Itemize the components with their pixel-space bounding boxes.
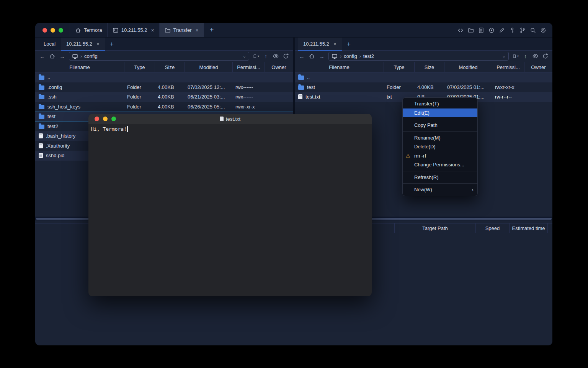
- close-tab-icon[interactable]: ×: [96, 41, 100, 47]
- close-tab-icon[interactable]: ×: [333, 41, 336, 47]
- bookmark-button[interactable]: ▾: [512, 53, 519, 60]
- file-row-test[interactable]: testFolder4.00KB07/03/2025 01:...rwxr-xr…: [295, 82, 552, 92]
- path-bar[interactable]: ›config⌄: [69, 52, 249, 61]
- close-tab-icon[interactable]: ×: [151, 28, 154, 33]
- back-button[interactable]: ←: [299, 53, 305, 60]
- column-header-permissi[interactable]: Permissi...: [492, 62, 524, 72]
- column-header-owner[interactable]: Owner: [265, 62, 293, 72]
- new-panel-tab-button[interactable]: +: [105, 38, 119, 50]
- record-icon[interactable]: [488, 27, 495, 33]
- file-row-parent[interactable]: ..: [295, 72, 552, 82]
- menu-item-refresh-r[interactable]: Refresh(R): [403, 173, 477, 182]
- file-row-parent[interactable]: ..: [35, 72, 293, 82]
- up-directory-button[interactable]: ↑: [522, 53, 529, 60]
- transfer-column-target-path[interactable]: Target Path: [394, 223, 475, 233]
- column-header-label: Owner: [531, 64, 546, 70]
- path-bar[interactable]: ›config›test2⌄: [328, 52, 509, 61]
- up-directory-button[interactable]: ↑: [263, 53, 269, 60]
- column-header-filename[interactable]: Filename: [35, 62, 124, 72]
- column-header-modified[interactable]: Modified: [185, 62, 232, 72]
- transfer-column-speed[interactable]: Speed: [475, 223, 509, 233]
- menu-item-edit-e[interactable]: Edit(E): [403, 108, 477, 118]
- show-hidden-button[interactable]: [532, 53, 539, 60]
- tab-label: Transfer: [173, 27, 192, 33]
- column-header-size[interactable]: Size: [414, 62, 444, 72]
- folder-icon[interactable]: [468, 27, 474, 33]
- new-tab-button[interactable]: +: [204, 23, 220, 37]
- home-button[interactable]: [309, 53, 315, 60]
- filename-cell: ..: [295, 74, 384, 80]
- breadcrumb-item[interactable]: config: [84, 53, 98, 59]
- notes-icon[interactable]: [478, 27, 484, 33]
- zoom-window-button[interactable]: [59, 28, 63, 33]
- file-row-config[interactable]: .configFolder4.00KB07/02/2025 12:...rwx-…: [35, 82, 293, 92]
- column-header-owner[interactable]: Owner: [524, 62, 552, 72]
- chevron-down-icon[interactable]: ⌄: [243, 54, 246, 59]
- forward-button[interactable]: →: [59, 53, 65, 60]
- close-window-button[interactable]: [95, 117, 99, 121]
- column-header-type[interactable]: Type: [124, 62, 155, 72]
- column-header-modified[interactable]: Modified: [444, 62, 492, 72]
- breadcrumb-item[interactable]: test2: [363, 53, 374, 59]
- menu-item-delete-d[interactable]: Delete(D): [403, 142, 477, 151]
- menu-item-rename-m[interactable]: Rename(M): [403, 133, 477, 143]
- minimize-window-button[interactable]: [51, 28, 55, 33]
- code-icon[interactable]: [457, 27, 464, 33]
- column-header-label: Size: [425, 64, 434, 70]
- editor-content[interactable]: Hi, Termora!: [88, 124, 372, 296]
- new-panel-tab-button[interactable]: +: [342, 38, 356, 50]
- menu-item-rm-rf[interactable]: ⚠rm -rf: [403, 151, 477, 161]
- tab-label: Termora: [84, 27, 102, 33]
- file-row-ssh-host-keys[interactable]: ssh_host_keysFolder4.00KB06/26/2025 05:.…: [35, 102, 293, 112]
- column-header-permissi[interactable]: Permissi...: [232, 62, 265, 72]
- file-row-ssh[interactable]: .sshFolder4.00KB06/21/2025 03:...rwx----…: [35, 92, 293, 102]
- filename-cell: ..: [35, 74, 124, 80]
- menu-item-transfer-t[interactable]: Transfer(T): [403, 99, 477, 108]
- titlebar-tab-10-211-55-2[interactable]: 10.211.55.2×: [107, 23, 159, 37]
- titlebar-tab-termora[interactable]: Termora: [70, 23, 107, 37]
- column-header-filename[interactable]: Filename: [295, 62, 384, 72]
- menu-item-new-w[interactable]: New(W)›: [403, 185, 477, 194]
- pencil-icon[interactable]: [499, 27, 505, 33]
- panel-tab-local[interactable]: Local: [38, 38, 61, 50]
- panel-tab-10-211-55-2[interactable]: 10.211.55.2×: [61, 38, 105, 50]
- search-icon[interactable]: [530, 27, 536, 33]
- column-header-type[interactable]: Type: [384, 62, 414, 72]
- titlebar-tab-transfer[interactable]: Transfer×: [159, 23, 204, 37]
- permissions-cell: rwxr-xr-x: [232, 104, 265, 110]
- modified-value: 07/03/2025 01:...: [447, 84, 485, 90]
- bookmark-button[interactable]: ▾: [253, 53, 259, 60]
- file-panel-tabs: Local10.211.55.2×+: [35, 38, 293, 51]
- branch-icon[interactable]: [519, 27, 526, 33]
- home-button[interactable]: [49, 53, 56, 60]
- back-button[interactable]: ←: [39, 53, 46, 60]
- transfer-column-label: Estimated time: [512, 225, 545, 231]
- key-icon[interactable]: [509, 27, 515, 33]
- breadcrumb-item[interactable]: config: [344, 53, 357, 59]
- folder-icon: [165, 27, 171, 33]
- menu-item-copy-path[interactable]: Copy Path: [403, 121, 477, 130]
- minimize-window-button[interactable]: [103, 117, 108, 121]
- chevron-down-icon[interactable]: ⌄: [502, 54, 506, 59]
- type-value: Folder: [127, 84, 141, 90]
- editor-titlebar[interactable]: test.txt: [88, 114, 372, 124]
- forward-button[interactable]: →: [318, 53, 325, 60]
- close-tab-icon[interactable]: ×: [196, 28, 199, 33]
- refresh-button[interactable]: [542, 53, 549, 60]
- zoom-window-button[interactable]: [111, 117, 116, 121]
- titlebar-spacer: [219, 23, 457, 37]
- permissions-value: rwxr-xr-x: [495, 84, 514, 90]
- settings-icon[interactable]: [540, 27, 546, 33]
- transfer-column-label: Speed: [485, 225, 500, 231]
- folder-icon: [298, 85, 304, 90]
- transfer-column-estimated-time[interactable]: Estimated time: [509, 223, 547, 233]
- menu-item-change-permissions[interactable]: Change Permissions...: [403, 160, 477, 169]
- size-cell: 4.00KB: [414, 84, 444, 90]
- refresh-button[interactable]: [283, 53, 289, 60]
- transfer-column-col-4[interactable]: [547, 223, 552, 233]
- menu-item-label: New(W): [414, 187, 432, 192]
- show-hidden-button[interactable]: [273, 53, 279, 60]
- column-header-size[interactable]: Size: [155, 62, 185, 72]
- panel-tab-10-211-55-2[interactable]: 10.211.55.2×: [298, 38, 342, 50]
- close-window-button[interactable]: [42, 28, 47, 33]
